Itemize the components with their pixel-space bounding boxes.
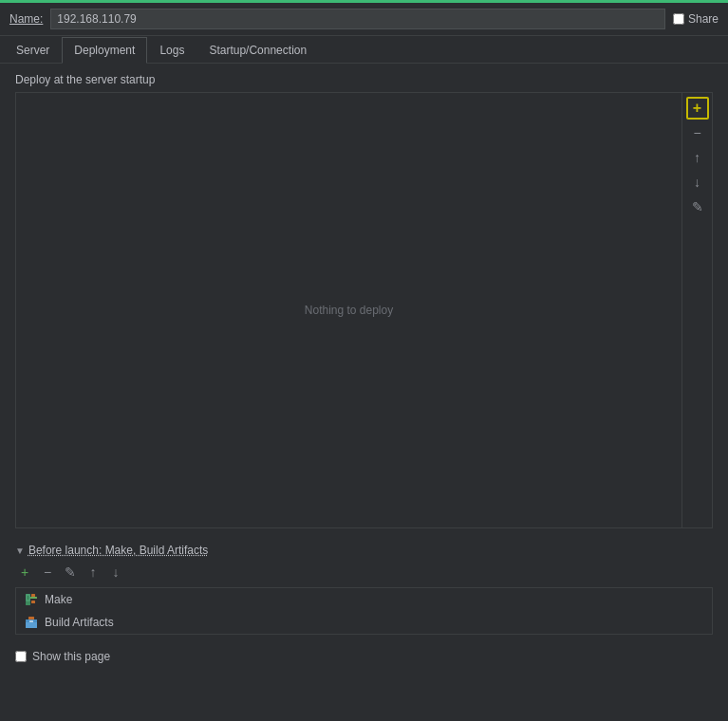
launch-add-button[interactable]: + [15, 563, 34, 582]
deploy-up-button[interactable]: ↑ [686, 146, 709, 169]
share-area: Share [673, 12, 719, 26]
svg-rect-3 [28, 596, 28, 600]
launch-down-button[interactable]: ↓ [106, 563, 125, 582]
before-launch-header: ▼ Before launch: Make, Build Artifacts [15, 544, 713, 557]
deploy-edit-button[interactable]: ✎ [686, 195, 709, 218]
tabs-bar: Server Deployment Logs Startup/Connectio… [0, 36, 728, 64]
launch-item-make-label: Make [45, 593, 72, 606]
deploy-down-button[interactable]: ↓ [686, 171, 709, 194]
before-launch-label: Before launch: Make, Build Artifacts [28, 544, 208, 557]
launch-remove-button[interactable]: − [38, 563, 57, 582]
deploy-add-button[interactable]: + [686, 97, 709, 120]
deploy-actions-panel: + − ↑ ↓ ✎ [681, 93, 712, 527]
tab-deployment[interactable]: Deployment [62, 37, 147, 64]
share-checkbox[interactable] [673, 13, 684, 25]
tab-server[interactable]: Server [4, 37, 62, 64]
launch-toolbar: + − ✎ ↑ ↓ [15, 563, 713, 582]
deploy-list-empty: Nothing to deploy [16, 93, 681, 527]
content-area: Deploy at the server startup Nothing to … [0, 64, 728, 709]
deploy-label: Deploy at the server startup [15, 73, 713, 86]
launch-item-build-artifacts-label: Build Artifacts [45, 616, 114, 629]
svg-rect-8 [28, 617, 34, 619]
show-page-checkbox[interactable] [15, 651, 27, 662]
launch-up-button[interactable]: ↑ [84, 563, 103, 582]
svg-rect-4 [31, 594, 35, 597]
deploy-remove-button[interactable]: − [686, 121, 709, 144]
svg-rect-5 [31, 601, 35, 603]
launch-edit-button[interactable]: ✎ [61, 563, 80, 582]
before-launch-section: ▼ Before launch: Make, Build Artifacts +… [15, 544, 713, 635]
make-icon [24, 592, 39, 607]
deploy-container: Nothing to deploy + − ↑ ↓ ✎ [15, 92, 713, 528]
svg-rect-2 [26, 601, 30, 605]
name-label: Name: [9, 12, 43, 26]
tab-logs[interactable]: Logs [147, 37, 196, 64]
show-page-area: Show this page [15, 650, 713, 663]
collapse-triangle-icon[interactable]: ▼ [15, 545, 25, 556]
build-artifacts-icon [24, 615, 39, 630]
launch-item-build-artifacts[interactable]: Build Artifacts [16, 611, 712, 634]
name-input[interactable] [50, 9, 665, 29]
top-bar: Name: Share [0, 3, 728, 36]
share-label: Share [688, 12, 719, 26]
tab-startup-connection[interactable]: Startup/Connection [196, 37, 319, 64]
show-page-label: Show this page [32, 650, 110, 663]
launch-item-make[interactable]: Make [16, 588, 712, 611]
svg-rect-1 [30, 597, 37, 599]
launch-list: Make Build Artifacts [15, 587, 713, 635]
svg-rect-9 [29, 620, 33, 622]
